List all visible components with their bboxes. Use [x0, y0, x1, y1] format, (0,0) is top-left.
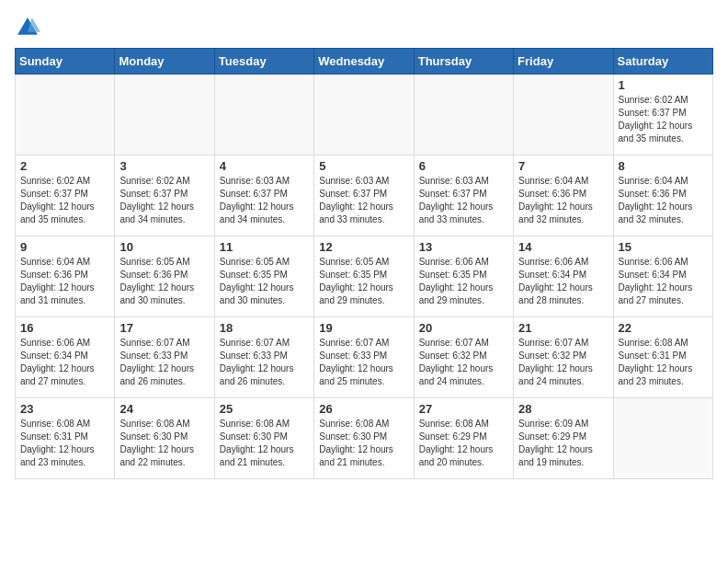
calendar-cell: 25Sunrise: 6:08 AM Sunset: 6:30 PM Dayli…	[214, 398, 313, 479]
day-number: 10	[119, 240, 209, 254]
day-info: Sunrise: 6:05 AM Sunset: 6:36 PM Dayligh…	[119, 256, 209, 307]
calendar-cell: 8Sunrise: 6:04 AM Sunset: 6:36 PM Daylig…	[613, 155, 712, 236]
calendar-cell	[613, 398, 712, 479]
calendar-cell: 20Sunrise: 6:07 AM Sunset: 6:32 PM Dayli…	[414, 317, 513, 398]
calendar-cell: 12Sunrise: 6:05 AM Sunset: 6:35 PM Dayli…	[314, 236, 414, 317]
day-number: 17	[119, 321, 209, 335]
calendar-cell: 3Sunrise: 6:02 AM Sunset: 6:37 PM Daylig…	[115, 155, 214, 236]
weekday-header-wednesday: Wednesday	[314, 49, 414, 75]
calendar-cell: 16Sunrise: 6:06 AM Sunset: 6:34 PM Dayli…	[16, 317, 115, 398]
day-info: Sunrise: 6:06 AM Sunset: 6:34 PM Dayligh…	[20, 337, 109, 388]
calendar-cell	[314, 75, 414, 155]
calendar-cell: 10Sunrise: 6:05 AM Sunset: 6:36 PM Dayli…	[115, 236, 214, 317]
calendar-cell: 5Sunrise: 6:03 AM Sunset: 6:37 PM Daylig…	[314, 155, 414, 236]
calendar-cell: 21Sunrise: 6:07 AM Sunset: 6:32 PM Dayli…	[514, 317, 613, 398]
calendar-cell: 15Sunrise: 6:06 AM Sunset: 6:34 PM Dayli…	[613, 236, 712, 317]
weekday-header-friday: Friday	[514, 49, 613, 75]
day-number: 27	[419, 402, 508, 416]
week-row-2: 2Sunrise: 6:02 AM Sunset: 6:37 PM Daylig…	[16, 155, 713, 236]
day-info: Sunrise: 6:08 AM Sunset: 6:30 PM Dayligh…	[220, 418, 309, 469]
day-info: Sunrise: 6:04 AM Sunset: 6:36 PM Dayligh…	[518, 175, 608, 226]
day-number: 2	[20, 159, 109, 173]
day-number: 23	[20, 402, 109, 416]
calendar-cell: 19Sunrise: 6:07 AM Sunset: 6:33 PM Dayli…	[314, 317, 414, 398]
day-info: Sunrise: 6:08 AM Sunset: 6:31 PM Dayligh…	[20, 418, 109, 469]
day-number: 28	[518, 402, 608, 416]
day-info: Sunrise: 6:06 AM Sunset: 6:35 PM Dayligh…	[419, 256, 508, 307]
calendar-cell: 2Sunrise: 6:02 AM Sunset: 6:37 PM Daylig…	[16, 155, 115, 236]
day-info: Sunrise: 6:04 AM Sunset: 6:36 PM Dayligh…	[20, 256, 109, 307]
calendar-cell	[414, 75, 513, 155]
day-info: Sunrise: 6:08 AM Sunset: 6:30 PM Dayligh…	[319, 418, 408, 469]
day-info: Sunrise: 6:03 AM Sunset: 6:37 PM Dayligh…	[419, 175, 508, 226]
calendar-cell	[115, 75, 214, 155]
day-info: Sunrise: 6:07 AM Sunset: 6:33 PM Dayligh…	[319, 337, 408, 388]
day-info: Sunrise: 6:08 AM Sunset: 6:31 PM Dayligh…	[619, 337, 708, 388]
day-number: 1	[619, 78, 708, 92]
week-row-4: 16Sunrise: 6:06 AM Sunset: 6:34 PM Dayli…	[16, 317, 713, 398]
day-number: 14	[518, 240, 608, 254]
calendar-cell: 23Sunrise: 6:08 AM Sunset: 6:31 PM Dayli…	[16, 398, 115, 479]
calendar-table: SundayMondayTuesdayWednesdayThursdayFrid…	[15, 48, 713, 479]
weekday-header-thursday: Thursday	[414, 49, 513, 75]
calendar-cell: 24Sunrise: 6:08 AM Sunset: 6:30 PM Dayli…	[115, 398, 214, 479]
day-number: 19	[319, 321, 408, 335]
week-row-3: 9Sunrise: 6:04 AM Sunset: 6:36 PM Daylig…	[16, 236, 713, 317]
calendar-cell: 14Sunrise: 6:06 AM Sunset: 6:34 PM Dayli…	[514, 236, 613, 317]
weekday-header-row: SundayMondayTuesdayWednesdayThursdayFrid…	[16, 49, 713, 75]
day-number: 21	[518, 321, 608, 335]
day-number: 7	[518, 159, 608, 173]
calendar-cell: 26Sunrise: 6:08 AM Sunset: 6:30 PM Dayli…	[314, 398, 414, 479]
day-info: Sunrise: 6:09 AM Sunset: 6:29 PM Dayligh…	[518, 418, 608, 469]
day-info: Sunrise: 6:03 AM Sunset: 6:37 PM Dayligh…	[319, 175, 408, 226]
day-number: 22	[619, 321, 708, 335]
day-info: Sunrise: 6:08 AM Sunset: 6:30 PM Dayligh…	[119, 418, 209, 469]
day-info: Sunrise: 6:06 AM Sunset: 6:34 PM Dayligh…	[619, 256, 708, 307]
calendar-cell	[16, 75, 115, 155]
day-number: 12	[319, 240, 408, 254]
day-info: Sunrise: 6:02 AM Sunset: 6:37 PM Dayligh…	[20, 175, 109, 226]
calendar-cell	[214, 75, 313, 155]
calendar-cell: 9Sunrise: 6:04 AM Sunset: 6:36 PM Daylig…	[16, 236, 115, 317]
calendar-cell	[514, 75, 613, 155]
day-info: Sunrise: 6:04 AM Sunset: 6:36 PM Dayligh…	[619, 175, 708, 226]
day-number: 3	[119, 159, 209, 173]
day-number: 24	[119, 402, 209, 416]
weekday-header-sunday: Sunday	[16, 49, 115, 75]
weekday-header-tuesday: Tuesday	[214, 49, 313, 75]
day-number: 18	[220, 321, 309, 335]
day-info: Sunrise: 6:06 AM Sunset: 6:34 PM Dayligh…	[518, 256, 608, 307]
calendar-cell: 7Sunrise: 6:04 AM Sunset: 6:36 PM Daylig…	[514, 155, 613, 236]
day-number: 15	[619, 240, 708, 254]
day-info: Sunrise: 6:02 AM Sunset: 6:37 PM Dayligh…	[619, 94, 708, 145]
week-row-5: 23Sunrise: 6:08 AM Sunset: 6:31 PM Dayli…	[16, 398, 713, 479]
day-number: 8	[619, 159, 708, 173]
day-info: Sunrise: 6:02 AM Sunset: 6:37 PM Dayligh…	[119, 175, 209, 226]
day-number: 4	[220, 159, 309, 173]
day-number: 20	[419, 321, 508, 335]
calendar-cell: 27Sunrise: 6:08 AM Sunset: 6:29 PM Dayli…	[414, 398, 513, 479]
calendar-cell: 6Sunrise: 6:03 AM Sunset: 6:37 PM Daylig…	[414, 155, 513, 236]
day-number: 16	[20, 321, 109, 335]
day-number: 9	[20, 240, 109, 254]
calendar-cell: 1Sunrise: 6:02 AM Sunset: 6:37 PM Daylig…	[613, 75, 712, 155]
week-row-1: 1Sunrise: 6:02 AM Sunset: 6:37 PM Daylig…	[16, 75, 713, 155]
day-info: Sunrise: 6:07 AM Sunset: 6:33 PM Dayligh…	[220, 337, 309, 388]
weekday-header-saturday: Saturday	[613, 49, 712, 75]
day-number: 5	[319, 159, 408, 173]
calendar-cell: 28Sunrise: 6:09 AM Sunset: 6:29 PM Dayli…	[514, 398, 613, 479]
calendar-cell: 13Sunrise: 6:06 AM Sunset: 6:35 PM Dayli…	[414, 236, 513, 317]
day-number: 25	[220, 402, 309, 416]
day-number: 11	[220, 240, 309, 254]
calendar-cell: 4Sunrise: 6:03 AM Sunset: 6:37 PM Daylig…	[214, 155, 313, 236]
day-number: 26	[319, 402, 408, 416]
day-info: Sunrise: 6:07 AM Sunset: 6:32 PM Dayligh…	[419, 337, 508, 388]
day-info: Sunrise: 6:03 AM Sunset: 6:37 PM Dayligh…	[220, 175, 309, 226]
calendar-cell: 18Sunrise: 6:07 AM Sunset: 6:33 PM Dayli…	[214, 317, 313, 398]
day-info: Sunrise: 6:08 AM Sunset: 6:29 PM Dayligh…	[419, 418, 508, 469]
day-info: Sunrise: 6:05 AM Sunset: 6:35 PM Dayligh…	[220, 256, 309, 307]
day-info: Sunrise: 6:07 AM Sunset: 6:33 PM Dayligh…	[119, 337, 209, 388]
weekday-header-monday: Monday	[115, 49, 214, 75]
day-info: Sunrise: 6:05 AM Sunset: 6:35 PM Dayligh…	[319, 256, 408, 307]
day-number: 6	[419, 159, 508, 173]
